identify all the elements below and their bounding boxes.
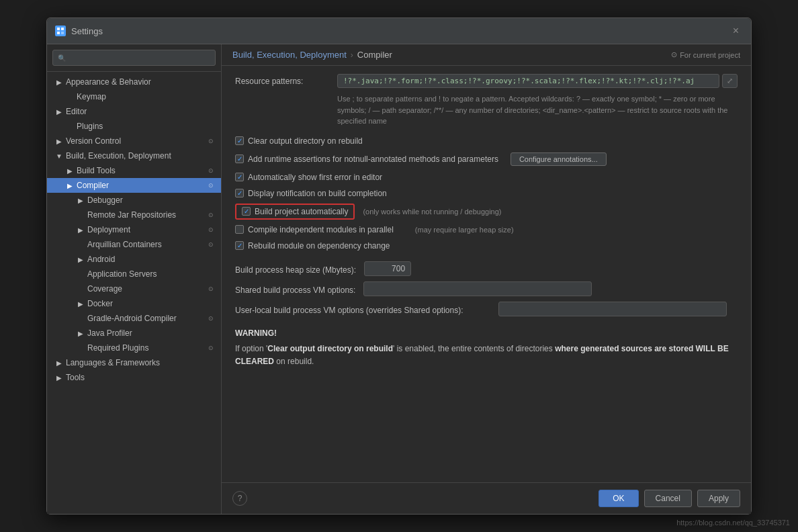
compile-parallel-wrapper: Compile independent modules in parallel … (235, 224, 738, 236)
sidebar: Appearance & Behavior Keymap Editor Plug… (47, 44, 222, 514)
svg-rect-1 (61, 28, 64, 30)
resource-patterns-input[interactable] (337, 74, 719, 88)
sidebar-item-build-exec[interactable]: Build, Execution, Deployment (47, 148, 221, 163)
arrow-icon (66, 167, 74, 175)
auto-show-error-checkbox[interactable] (235, 173, 244, 181)
sidebar-item-label: Keymap (77, 92, 216, 101)
sidebar-item-compiler[interactable]: Compiler ⊙ (47, 178, 221, 193)
arrow-icon (55, 137, 63, 145)
sidebar-item-coverage[interactable]: Coverage ⊙ (47, 281, 221, 296)
required-plugins-icon: ⊙ (206, 343, 216, 353)
rebuild-module-checkbox[interactable] (235, 241, 244, 250)
sidebar-item-build-tools[interactable]: Build Tools ⊙ (47, 163, 221, 178)
heap-size-label: Build process heap size (Mbytes): (235, 263, 356, 275)
sidebar-item-debugger[interactable]: Debugger (47, 193, 221, 208)
arrow-icon (66, 181, 74, 189)
title-bar: Settings × (47, 18, 751, 44)
sidebar-item-docker[interactable]: Docker (47, 296, 221, 311)
breadcrumb-parent[interactable]: Build, Execution, Deployment (232, 50, 347, 60)
compile-parallel-checkbox[interactable] (235, 225, 244, 234)
arrow-icon (77, 300, 85, 308)
sidebar-item-app-servers[interactable]: Application Servers (47, 267, 221, 281)
sidebar-item-appearance[interactable]: Appearance & Behavior (47, 75, 221, 89)
clear-output-label: Clear output directory on rebuild (248, 136, 363, 146)
build-auto-row: Build project automatically (235, 204, 355, 220)
sidebar-item-editor[interactable]: Editor (47, 104, 221, 119)
ok-button[interactable]: OK (598, 490, 638, 507)
resource-input-wrapper: ⤢ (337, 74, 738, 88)
user-local-vm-label: User-local build process VM options (ove… (235, 303, 490, 315)
cancel-button[interactable]: Cancel (644, 490, 692, 507)
apply-button[interactable]: Apply (697, 490, 740, 507)
search-input[interactable] (52, 50, 216, 66)
arrow-icon (55, 373, 63, 382)
rebuild-module-label: Rebuild module on dependency change (248, 241, 390, 251)
sidebar-item-label: Languages & Frameworks (66, 358, 216, 367)
main-content: Build, Execution, Deployment › Compiler … (222, 44, 751, 514)
sidebar-item-label: Build Tools (77, 166, 206, 175)
vcs-icon: ⊙ (206, 136, 216, 146)
compiler-icon: ⊙ (206, 181, 216, 190)
heap-size-row: Build process heap size (Mbytes): (235, 261, 738, 276)
compile-parallel-row: Compile independent modules in parallel (235, 224, 394, 236)
compile-parallel-note: (may require larger heap size) (415, 226, 514, 234)
sidebar-item-label: Java Profiler (87, 328, 216, 338)
user-local-vm-input[interactable] (498, 302, 727, 316)
sidebar-item-label: Version Control (66, 136, 206, 146)
sidebar-item-label: Compiler (77, 181, 206, 190)
display-notification-checkbox[interactable] (235, 189, 244, 197)
sidebar-item-deployment[interactable]: Deployment ⊙ (47, 222, 221, 237)
auto-show-error-label: Automatically show first error in editor (248, 173, 382, 182)
configure-annotations-button[interactable]: Configure annotations... (511, 152, 607, 166)
display-notification-label: Display notification on build completion (248, 189, 387, 198)
sidebar-item-keymap[interactable]: Keymap (47, 89, 221, 104)
sidebar-item-label: Editor (66, 107, 216, 116)
footer-left: ? (232, 491, 247, 506)
sidebar-item-tools[interactable]: Tools (47, 370, 221, 385)
breadcrumb-current: Compiler (357, 50, 392, 60)
search-box (47, 44, 221, 72)
sidebar-item-label: Arquillian Containers (87, 240, 206, 249)
close-button[interactable]: × (729, 24, 743, 38)
add-runtime-label: Add runtime assertions for notnull-annot… (248, 154, 498, 164)
sidebar-item-required-plugins[interactable]: Required Plugins ⊙ (47, 341, 221, 355)
breadcrumb-project: ⊙ For current project (671, 50, 740, 59)
build-auto-checkbox[interactable] (242, 207, 251, 216)
resource-patterns-row: Resource patterns: ⤢ (235, 74, 738, 88)
arrow-icon (55, 359, 63, 367)
expand-button[interactable]: ⤢ (722, 74, 738, 88)
help-text: Use ; to separate patterns and ! to nega… (337, 93, 738, 127)
app-icon (55, 26, 66, 36)
build-auto-wrapper: Build project automatically (only works … (235, 204, 738, 220)
sidebar-item-languages[interactable]: Languages & Frameworks (47, 355, 221, 370)
add-runtime-checkbox[interactable] (235, 154, 244, 163)
sidebar-item-android[interactable]: Android (47, 252, 221, 267)
arrow-icon (55, 78, 63, 86)
svg-rect-3 (61, 32, 64, 34)
sidebar-item-arquillian[interactable]: Arquillian Containers ⊙ (47, 237, 221, 252)
gradle-icon: ⊙ (206, 314, 216, 323)
sidebar-item-remote-jar[interactable]: Remote Jar Repositories ⊙ (47, 208, 221, 222)
sidebar-item-label: Required Plugins (87, 343, 206, 353)
project-icon: ⊙ (671, 50, 677, 59)
warning-title: WARNING! (235, 327, 738, 340)
sidebar-item-plugins[interactable]: Plugins (47, 119, 221, 134)
arrow-icon (77, 329, 85, 337)
sidebar-item-java-profiler[interactable]: Java Profiler (47, 326, 221, 341)
sidebar-item-gradle-android[interactable]: Gradle-Android Compiler ⊙ (47, 311, 221, 326)
resource-patterns-label: Resource patterns: (235, 74, 329, 86)
help-button[interactable]: ? (232, 491, 247, 506)
sidebar-item-label: Coverage (87, 284, 206, 294)
shared-vm-input[interactable] (363, 281, 592, 296)
arrow-icon (55, 152, 63, 160)
heap-size-input[interactable] (364, 261, 411, 276)
arquillian-icon: ⊙ (206, 240, 216, 249)
sidebar-item-label: Build, Execution, Deployment (66, 151, 216, 161)
nav-tree: Appearance & Behavior Keymap Editor Plug… (47, 72, 221, 514)
shared-vm-label: Shared build process VM options: (235, 283, 355, 295)
arrow-icon (77, 226, 85, 234)
dialog-body: Appearance & Behavior Keymap Editor Plug… (47, 44, 751, 514)
clear-output-checkbox[interactable] (235, 136, 244, 145)
svg-rect-2 (57, 32, 60, 34)
sidebar-item-vcs[interactable]: Version Control ⊙ (47, 134, 221, 148)
